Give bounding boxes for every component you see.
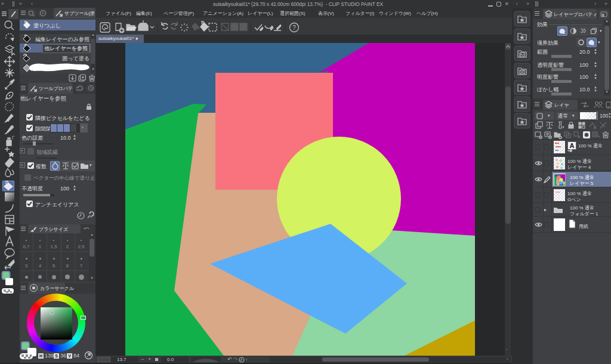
svg-text:?: ? <box>292 24 296 31</box>
